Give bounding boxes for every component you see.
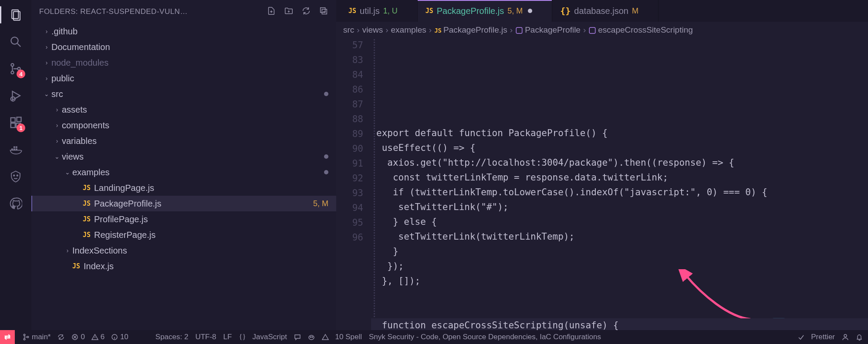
encoding-status[interactable]: UTF-8 (195, 333, 216, 341)
file-item[interactable]: JSProfilePage.js (31, 211, 336, 227)
tree-item-label: node_modules (51, 58, 328, 68)
language-status[interactable]: {} JavaScript (239, 333, 287, 341)
folder-item[interactable]: ›public (31, 70, 336, 86)
file-item[interactable]: JSRegisterPage.js (31, 227, 336, 243)
remote-indicator-icon[interactable]: ⇄ (0, 330, 15, 344)
github-icon[interactable] (7, 195, 24, 212)
status-bar: ⇄ main* 0 6 10 Spaces: 2 UTF-8 LF {} Jav… (0, 330, 868, 344)
tree-item-label: src (51, 89, 320, 99)
tree-item-label: public (51, 73, 328, 83)
code-line[interactable]: setTwitterLink("#"); (371, 200, 868, 215)
spell-status[interactable]: 10 Spell (322, 333, 362, 341)
crumb-file[interactable]: JSPackageProfile.js (434, 25, 507, 35)
code-line[interactable]: setTwitterLink(twitterLinkTemp); (371, 230, 868, 244)
eol-status[interactable]: LF (223, 333, 232, 341)
json-file-icon: {} (560, 6, 571, 16)
folder-item[interactable]: ›node_modules (31, 55, 336, 70)
crumb-folder[interactable]: examples (391, 25, 426, 35)
folder-item[interactable]: ⌄views (31, 149, 336, 164)
svg-rect-12 (17, 117, 21, 122)
svg-rect-10 (11, 123, 15, 127)
breadcrumbs[interactable]: src› views› examples› JSPackageProfile.j… (336, 22, 868, 38)
profile-icon[interactable] (842, 334, 849, 341)
tab-label: PackageProfile.js (437, 6, 504, 16)
modified-dot-icon (324, 92, 328, 96)
crumb-folder[interactable]: src (343, 25, 354, 35)
code-line[interactable]: useEffect(() => { (371, 141, 868, 156)
code-line[interactable]: } (371, 244, 868, 259)
new-file-icon[interactable] (267, 6, 276, 18)
chevron-right-icon: › (42, 59, 51, 66)
file-item[interactable]: JSPackageProfile.js5, M (31, 196, 336, 211)
code-line[interactable]: export default function PackageProfile()… (371, 126, 868, 141)
explorer-icon[interactable] (7, 6, 24, 23)
code-lines[interactable]: export default function PackageProfile()… (371, 38, 868, 330)
code-line[interactable]: } else { (371, 215, 868, 230)
prettier-status[interactable]: Prettier (797, 333, 835, 341)
js-file-icon: JS (83, 200, 94, 207)
folder-item[interactable]: ›IndexSections (31, 243, 336, 258)
editor-tab[interactable]: {}database.jsonM✕ (552, 0, 659, 22)
source-control-icon[interactable]: 4 (7, 60, 24, 77)
code-line[interactable] (371, 304, 868, 318)
code-line[interactable]: }); (371, 259, 868, 274)
tree-item-label: PackageProfile.js (94, 199, 309, 209)
copilot-icon[interactable] (308, 334, 315, 341)
refresh-icon[interactable] (301, 6, 311, 18)
folder-item[interactable]: ⌄src (31, 86, 336, 102)
folder-item[interactable]: ›components (31, 117, 336, 133)
code-line[interactable]: if (twitterLinkTemp.toLowerCase().indexO… (371, 185, 868, 200)
scm-badge: 4 (17, 70, 25, 78)
svg-point-43 (310, 337, 311, 337)
tree-item-label: RegisterPage.js (94, 230, 328, 240)
crumb-symbol[interactable]: PackageProfile (515, 25, 581, 35)
crumb-folder[interactable]: views (362, 25, 383, 35)
svg-point-32 (24, 334, 25, 336)
git-branch[interactable]: main* (23, 333, 51, 341)
folder-item[interactable]: ›assets (31, 102, 336, 117)
crumb-symbol[interactable]: escapeCrossSiteScripting (588, 25, 693, 35)
snyk-status[interactable]: Snyk Security - Code, Open Source Depend… (369, 333, 601, 341)
modified-dot-icon (324, 154, 328, 159)
search-icon[interactable] (7, 33, 24, 50)
tab-git-decoration: 1, U (383, 7, 398, 16)
dirty-indicator-icon (528, 9, 532, 13)
new-folder-icon[interactable] (284, 6, 294, 18)
tree-item-label: components (62, 120, 328, 130)
run-debug-icon[interactable] (7, 87, 24, 104)
file-item[interactable]: JSIndex.js (31, 258, 336, 274)
file-tree[interactable]: ›.github›Documentation›node_modules›publ… (31, 23, 336, 330)
code-line[interactable]: }, []); (371, 274, 868, 289)
extensions-icon[interactable]: 1 (7, 114, 24, 131)
docker-icon[interactable] (7, 141, 24, 158)
js-file-icon: JS (83, 231, 94, 239)
code-line[interactable]: function escapeCrossSiteScripting(unsafe… (371, 318, 868, 330)
code-line[interactable]: axios.get("http://localhost:3004/package… (371, 156, 868, 170)
editor-tab[interactable]: JSPackageProfile.js5, M✕ (418, 0, 553, 22)
editor-tab[interactable]: JSutil.js1, U✕ (341, 0, 418, 22)
svg-point-34 (27, 336, 29, 338)
code-line[interactable] (371, 289, 868, 304)
chevron-right-icon: › (63, 247, 72, 254)
folder-item[interactable]: ›.github (31, 23, 336, 39)
code-line[interactable]: const twitterLinkTemp = response.data.tw… (371, 170, 868, 185)
bell-icon[interactable] (856, 334, 863, 341)
svg-rect-9 (11, 118, 15, 122)
svg-rect-23 (516, 27, 522, 33)
file-item[interactable]: JSLandingPage.js (31, 180, 336, 196)
feedback-icon[interactable] (294, 334, 301, 341)
code-editor[interactable]: 5783848687888990919293949596 export defa… (336, 38, 868, 330)
folder-item[interactable]: ›Documentation (31, 39, 336, 55)
snyk-icon[interactable] (7, 168, 24, 185)
svg-rect-16 (14, 147, 15, 148)
js-file-icon: JS (426, 7, 433, 15)
indent-status[interactable]: Spaces: 2 (155, 333, 189, 341)
folder-item[interactable]: ⌄examples (31, 164, 336, 180)
sync-icon[interactable] (57, 334, 64, 341)
svg-point-42 (309, 335, 314, 340)
problems-status[interactable]: 0 6 10 (71, 333, 128, 341)
tree-item-label: assets (62, 105, 328, 115)
chevron-down-icon: ⌄ (63, 169, 72, 176)
collapse-all-icon[interactable] (319, 6, 328, 18)
folder-item[interactable]: ›variables (31, 133, 336, 149)
